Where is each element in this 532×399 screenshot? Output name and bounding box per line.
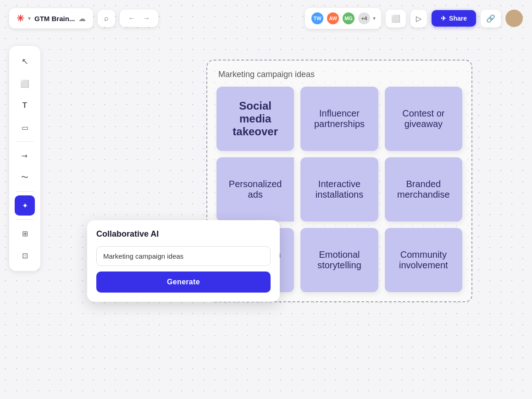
play-button[interactable]: ▷: [410, 10, 427, 28]
sidebar-item-select[interactable]: ↖: [15, 51, 35, 72]
sidebar-divider-3: [16, 219, 34, 220]
card-text: Emotional storytelling: [308, 249, 371, 271]
sidebar-item-line[interactable]: ↗: [11, 141, 39, 170]
sidebar-divider-2: [16, 191, 34, 192]
search-button[interactable]: ⌕: [98, 10, 115, 27]
card-emotional-storytelling[interactable]: Emotional storytelling: [300, 228, 378, 292]
card-personalized-ads[interactable]: Personalized ads: [216, 157, 294, 222]
ai-panel-title: Collaborative AI: [96, 229, 271, 239]
card-contest-or-giveaway[interactable]: Contest or giveaway: [385, 87, 462, 151]
sidebar-item-frame[interactable]: ⬜: [15, 73, 35, 94]
collaborative-ai-panel: Collaborative AI Generate: [87, 220, 280, 302]
avatar-3: MG: [342, 11, 355, 25]
sidebar-item-shape[interactable]: ▭: [15, 117, 35, 138]
share-icon: ✈: [441, 15, 446, 22]
sidebar-item-ai[interactable]: ✦: [15, 195, 35, 216]
generate-label: Generate: [167, 278, 200, 286]
redo-button[interactable]: →: [140, 13, 153, 23]
card-interactive-installations[interactable]: Interactive installations: [300, 157, 378, 222]
cloud-save-icon[interactable]: ☁: [78, 14, 86, 23]
card-social-media-takeover[interactable]: Social media takeover: [216, 87, 294, 151]
avatar-overflow-count[interactable]: +4: [357, 11, 371, 25]
group-label: Marketing campaign ideas: [216, 70, 462, 79]
ai-prompt-input[interactable]: [96, 246, 271, 266]
avatar-1: TW: [310, 11, 324, 25]
document-title[interactable]: GTM Brain...: [34, 15, 75, 22]
card-text: Influencer partnerships: [308, 108, 371, 129]
card-text: Contest or giveaway: [392, 108, 455, 129]
sidebar-item-draw[interactable]: 〜: [15, 167, 35, 188]
avatar-2: AW: [326, 11, 340, 25]
card-community-involvement[interactable]: Community involvement: [385, 228, 462, 292]
card-text: Personalized ads: [224, 179, 287, 200]
card-branded-merchandise[interactable]: Branded merchandise: [385, 157, 462, 222]
logo-icon: ✳: [17, 13, 24, 24]
share-label: Share: [449, 15, 467, 22]
sidebar: ↖ ⬜ T ▭ ↗ 〜 ✦ ⊞ ⊡: [9, 46, 40, 271]
sidebar-item-text[interactable]: T: [15, 95, 35, 116]
card-text: Branded merchandise: [392, 179, 455, 200]
card-text: Interactive installations: [308, 179, 371, 200]
card-text: Community involvement: [392, 249, 455, 271]
present-button[interactable]: ⬜: [386, 10, 406, 28]
sidebar-divider-1: [16, 141, 34, 142]
share-button[interactable]: ✈ Share: [432, 10, 476, 27]
sidebar-item-table[interactable]: ⊡: [15, 245, 35, 266]
header-right-actions: TW AW MG +4 ▾ ⬜ ▷ ✈ Share 🔗: [305, 8, 523, 29]
canvas-area: Marketing campaign ideas Social media ta…: [50, 41, 523, 390]
generate-button[interactable]: Generate: [96, 272, 271, 293]
collaborators-group: TW AW MG +4 ▾: [305, 8, 381, 29]
header: ✳ ▾ GTM Brain... ☁ ⌕ ← → TW AW MG +4 ▾ ⬜…: [0, 0, 532, 37]
undo-button[interactable]: ←: [125, 13, 138, 23]
app-logo-area: ✳ ▾ GTM Brain... ☁: [9, 8, 93, 28]
undo-redo-group: ← →: [120, 10, 158, 27]
user-profile-avatar[interactable]: [505, 10, 523, 27]
sidebar-item-grid[interactable]: ⊞: [15, 223, 35, 244]
link-button[interactable]: 🔗: [481, 10, 501, 28]
card-influencer-partnerships[interactable]: Influencer partnerships: [300, 87, 378, 151]
collaborators-dropdown-arrow[interactable]: ▾: [373, 15, 376, 22]
logo-dropdown-arrow[interactable]: ▾: [28, 15, 31, 22]
card-text: Social media takeover: [224, 100, 287, 138]
